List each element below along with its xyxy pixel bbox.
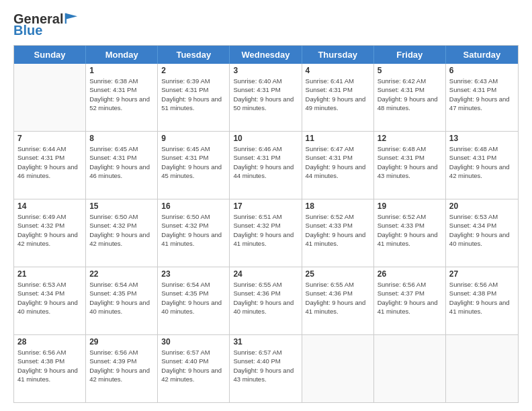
day-number: 14 bbox=[17, 201, 82, 211]
day-number: 2 bbox=[161, 66, 226, 75]
calendar-cell: 25Sunrise: 6:55 AMSunset: 4:36 PMDayligh… bbox=[302, 267, 374, 334]
calendar-body: 1Sunrise: 6:38 AMSunset: 4:31 PMDaylight… bbox=[14, 64, 518, 402]
day-number: 18 bbox=[306, 201, 370, 211]
day-number: 20 bbox=[449, 201, 515, 211]
calendar: SundayMondayTuesdayWednesdayThursdayFrid… bbox=[13, 45, 519, 403]
calendar-cell: 16Sunrise: 6:50 AMSunset: 4:32 PMDayligh… bbox=[158, 199, 230, 267]
calendar-cell: 14Sunrise: 6:49 AMSunset: 4:32 PMDayligh… bbox=[14, 199, 86, 267]
day-info: Sunrise: 6:53 AMSunset: 4:34 PMDaylight:… bbox=[17, 280, 82, 316]
calendar-cell bbox=[374, 335, 446, 402]
day-number: 29 bbox=[89, 337, 154, 347]
calendar-row: 14Sunrise: 6:49 AMSunset: 4:32 PMDayligh… bbox=[14, 199, 518, 267]
calendar-cell: 5Sunrise: 6:42 AMSunset: 4:31 PMDaylight… bbox=[374, 64, 446, 131]
day-info: Sunrise: 6:56 AMSunset: 4:38 PMDaylight:… bbox=[449, 280, 515, 316]
weekday-header: Thursday bbox=[302, 46, 374, 64]
calendar-cell bbox=[446, 335, 518, 402]
day-info: Sunrise: 6:46 AMSunset: 4:31 PMDaylight:… bbox=[233, 144, 298, 180]
calendar-cell: 6Sunrise: 6:43 AMSunset: 4:31 PMDaylight… bbox=[446, 64, 518, 131]
calendar-cell: 28Sunrise: 6:56 AMSunset: 4:38 PMDayligh… bbox=[14, 335, 86, 402]
calendar-cell: 12Sunrise: 6:48 AMSunset: 4:31 PMDayligh… bbox=[374, 132, 446, 199]
calendar-cell: 24Sunrise: 6:55 AMSunset: 4:36 PMDayligh… bbox=[230, 267, 302, 334]
day-number: 15 bbox=[89, 201, 154, 211]
day-info: Sunrise: 6:50 AMSunset: 4:32 PMDaylight:… bbox=[161, 212, 226, 248]
calendar-cell: 13Sunrise: 6:48 AMSunset: 4:31 PMDayligh… bbox=[446, 132, 518, 199]
calendar-cell: 1Sunrise: 6:38 AMSunset: 4:31 PMDaylight… bbox=[86, 64, 158, 131]
day-number: 30 bbox=[161, 337, 226, 347]
day-info: Sunrise: 6:40 AMSunset: 4:31 PMDaylight:… bbox=[233, 77, 298, 112]
day-info: Sunrise: 6:56 AMSunset: 4:39 PMDaylight:… bbox=[89, 348, 154, 383]
day-number: 22 bbox=[89, 269, 154, 279]
calendar-cell: 8Sunrise: 6:45 AMSunset: 4:31 PMDaylight… bbox=[86, 132, 158, 199]
day-info: Sunrise: 6:52 AMSunset: 4:33 PMDaylight:… bbox=[306, 212, 370, 248]
day-info: Sunrise: 6:56 AMSunset: 4:38 PMDaylight:… bbox=[17, 348, 82, 383]
weekday-header: Friday bbox=[374, 46, 446, 64]
svg-marker-0 bbox=[66, 13, 77, 19]
calendar-cell: 15Sunrise: 6:50 AMSunset: 4:32 PMDayligh… bbox=[86, 199, 158, 267]
calendar-cell: 11Sunrise: 6:47 AMSunset: 4:31 PMDayligh… bbox=[302, 132, 374, 199]
logo-blue: Blue bbox=[13, 23, 42, 38]
day-info: Sunrise: 6:55 AMSunset: 4:36 PMDaylight:… bbox=[233, 280, 298, 316]
logo-flag-icon bbox=[64, 12, 78, 24]
calendar-cell: 7Sunrise: 6:44 AMSunset: 4:31 PMDaylight… bbox=[14, 132, 86, 199]
day-number: 11 bbox=[306, 134, 370, 143]
day-info: Sunrise: 6:41 AMSunset: 4:31 PMDaylight:… bbox=[306, 77, 370, 112]
day-info: Sunrise: 6:48 AMSunset: 4:31 PMDaylight:… bbox=[378, 144, 442, 180]
weekday-header: Sunday bbox=[14, 46, 86, 64]
calendar-cell bbox=[302, 335, 374, 402]
logo: General Blue bbox=[13, 12, 78, 38]
calendar-row: 28Sunrise: 6:56 AMSunset: 4:38 PMDayligh… bbox=[14, 334, 518, 402]
day-info: Sunrise: 6:55 AMSunset: 4:36 PMDaylight:… bbox=[306, 280, 370, 316]
day-number: 10 bbox=[233, 134, 298, 143]
day-info: Sunrise: 6:50 AMSunset: 4:32 PMDaylight:… bbox=[89, 212, 154, 248]
calendar-cell: 27Sunrise: 6:56 AMSunset: 4:38 PMDayligh… bbox=[446, 267, 518, 334]
day-number: 17 bbox=[233, 201, 298, 211]
day-info: Sunrise: 6:45 AMSunset: 4:31 PMDaylight:… bbox=[89, 144, 154, 180]
day-info: Sunrise: 6:38 AMSunset: 4:31 PMDaylight:… bbox=[89, 77, 154, 112]
calendar-cell: 3Sunrise: 6:40 AMSunset: 4:31 PMDaylight… bbox=[230, 64, 302, 131]
day-number: 24 bbox=[233, 269, 298, 279]
day-number: 1 bbox=[89, 66, 154, 75]
day-info: Sunrise: 6:47 AMSunset: 4:31 PMDaylight:… bbox=[306, 144, 370, 180]
day-info: Sunrise: 6:39 AMSunset: 4:31 PMDaylight:… bbox=[161, 77, 226, 112]
day-info: Sunrise: 6:42 AMSunset: 4:31 PMDaylight:… bbox=[378, 77, 442, 112]
day-number: 6 bbox=[449, 66, 515, 75]
calendar-cell: 20Sunrise: 6:53 AMSunset: 4:34 PMDayligh… bbox=[446, 199, 518, 267]
weekday-header: Monday bbox=[86, 46, 158, 64]
calendar-cell: 31Sunrise: 6:57 AMSunset: 4:40 PMDayligh… bbox=[230, 335, 302, 402]
day-number: 27 bbox=[449, 269, 515, 279]
day-number: 23 bbox=[161, 269, 226, 279]
day-number: 31 bbox=[233, 337, 298, 347]
day-info: Sunrise: 6:45 AMSunset: 4:31 PMDaylight:… bbox=[161, 144, 226, 180]
day-number: 19 bbox=[378, 201, 442, 211]
page: General Blue SundayMondayTuesdayWednesda… bbox=[0, 0, 532, 411]
day-info: Sunrise: 6:57 AMSunset: 4:40 PMDaylight:… bbox=[233, 348, 298, 383]
weekday-header: Tuesday bbox=[158, 46, 230, 64]
day-info: Sunrise: 6:49 AMSunset: 4:32 PMDaylight:… bbox=[17, 212, 82, 248]
day-info: Sunrise: 6:43 AMSunset: 4:31 PMDaylight:… bbox=[449, 77, 515, 112]
calendar-cell: 4Sunrise: 6:41 AMSunset: 4:31 PMDaylight… bbox=[302, 64, 374, 131]
calendar-cell: 23Sunrise: 6:54 AMSunset: 4:35 PMDayligh… bbox=[158, 267, 230, 334]
day-number: 28 bbox=[17, 337, 82, 347]
calendar-cell: 2Sunrise: 6:39 AMSunset: 4:31 PMDaylight… bbox=[158, 64, 230, 131]
calendar-cell bbox=[14, 64, 86, 131]
calendar-cell: 26Sunrise: 6:56 AMSunset: 4:37 PMDayligh… bbox=[374, 267, 446, 334]
calendar-cell: 30Sunrise: 6:57 AMSunset: 4:40 PMDayligh… bbox=[158, 335, 230, 402]
day-info: Sunrise: 6:57 AMSunset: 4:40 PMDaylight:… bbox=[161, 348, 226, 383]
calendar-cell: 9Sunrise: 6:45 AMSunset: 4:31 PMDaylight… bbox=[158, 132, 230, 199]
day-number: 16 bbox=[161, 201, 226, 211]
day-number: 7 bbox=[17, 134, 82, 143]
day-number: 3 bbox=[233, 66, 298, 75]
day-number: 4 bbox=[306, 66, 370, 75]
calendar-row: 1Sunrise: 6:38 AMSunset: 4:31 PMDaylight… bbox=[14, 64, 518, 131]
calendar-row: 7Sunrise: 6:44 AMSunset: 4:31 PMDaylight… bbox=[14, 131, 518, 199]
day-number: 12 bbox=[378, 134, 442, 143]
day-info: Sunrise: 6:52 AMSunset: 4:33 PMDaylight:… bbox=[378, 212, 442, 248]
calendar-cell: 29Sunrise: 6:56 AMSunset: 4:39 PMDayligh… bbox=[86, 335, 158, 402]
day-info: Sunrise: 6:56 AMSunset: 4:37 PMDaylight:… bbox=[378, 280, 442, 316]
calendar-cell: 22Sunrise: 6:54 AMSunset: 4:35 PMDayligh… bbox=[86, 267, 158, 334]
day-number: 21 bbox=[17, 269, 82, 279]
header: General Blue bbox=[13, 12, 519, 38]
weekday-header: Wednesday bbox=[230, 46, 302, 64]
calendar-header: SundayMondayTuesdayWednesdayThursdayFrid… bbox=[14, 46, 518, 64]
day-info: Sunrise: 6:53 AMSunset: 4:34 PMDaylight:… bbox=[449, 212, 515, 248]
